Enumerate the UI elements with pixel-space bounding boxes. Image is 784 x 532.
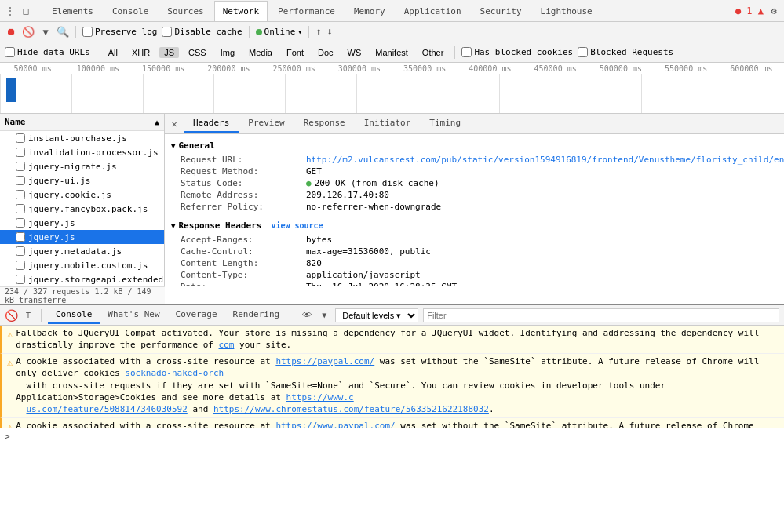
record-icon[interactable]: ⏺	[5, 26, 17, 38]
tab-lighthouse[interactable]: Lighthouse	[532, 1, 601, 21]
date-row: Date: Thu, 16 Jul 2020 16:28:35 GMT	[171, 281, 778, 286]
settings-icon[interactable]: ⚙	[767, 4, 781, 18]
console-tab-coverage[interactable]: Coverage	[168, 306, 225, 324]
disable-cache-input[interactable]	[162, 27, 172, 37]
filter-doc[interactable]: Doc	[313, 47, 338, 58]
request-count: 234 / 327 requests 1.2 kB / 149 kB trans…	[5, 287, 160, 304]
filter-font[interactable]: Font	[282, 47, 308, 58]
tab-performance[interactable]: Performance	[269, 1, 344, 21]
console-clear-icon[interactable]: 🚫	[5, 309, 17, 322]
filter-manifest[interactable]: Manifest	[370, 47, 413, 58]
filter-xhr[interactable]: XHR	[127, 47, 155, 58]
console-eye-icon[interactable]: 👁	[301, 309, 313, 322]
console-tab-rendering[interactable]: Rendering	[225, 306, 288, 324]
file-cb-2[interactable]	[16, 162, 25, 171]
file-cb-1[interactable]	[16, 148, 25, 157]
file-cb-3[interactable]	[16, 176, 25, 185]
detail-tab-initiator[interactable]: Initiator	[355, 115, 421, 133]
tab-network[interactable]: Network	[214, 1, 268, 21]
sep4	[97, 46, 97, 59]
response-headers-title[interactable]: Response Headers view source	[171, 217, 778, 234]
devtools-icon-1[interactable]: ⋮	[3, 4, 17, 18]
sep5	[454, 46, 455, 59]
console-level-select[interactable]: Default levels ▾	[335, 308, 418, 322]
general-section-title[interactable]: General	[171, 137, 778, 154]
filter-media[interactable]: Media	[244, 47, 277, 58]
chevron-down-icon[interactable]: ▾	[297, 27, 302, 36]
detail-tab-response[interactable]: Response	[294, 115, 355, 133]
blocked-requests-checkbox[interactable]: Blocked Requests	[578, 47, 673, 57]
content-type-val: application/javascript	[306, 270, 421, 280]
hide-data-urls-checkbox[interactable]: Hide data URLs	[5, 47, 90, 57]
tab-memory[interactable]: Memory	[345, 1, 394, 21]
sort-icon[interactable]: ▲	[155, 118, 159, 126]
file-cb-8[interactable]	[16, 246, 25, 256]
console-link-0[interactable]: com	[219, 340, 235, 350]
filter-all[interactable]: All	[104, 47, 122, 58]
filter-icon[interactable]: ▼	[39, 26, 52, 38]
tab-sources[interactable]: Sources	[159, 1, 212, 21]
blocked-requests-input[interactable]	[578, 47, 588, 57]
preserve-log-checkbox[interactable]: Preserve log	[82, 27, 157, 37]
file-item-9[interactable]: jquery.mobile.custom.js	[0, 258, 164, 272]
file-cb-0[interactable]	[16, 133, 25, 143]
disable-cache-checkbox[interactable]: Disable cache	[162, 27, 242, 37]
console-tab-console[interactable]: Console	[48, 306, 100, 324]
accept-ranges-key: Accept-Ranges:	[181, 235, 306, 245]
tl-label-10: 550000 ms	[654, 64, 719, 73]
detail-tab-preview[interactable]: Preview	[239, 115, 294, 133]
search-icon[interactable]: 🔍	[57, 26, 69, 38]
console-top-icon[interactable]: ⊤	[22, 309, 35, 322]
file-cb-5[interactable]	[16, 204, 25, 213]
filter-css[interactable]: CSS	[184, 47, 211, 58]
file-item-5[interactable]: jquery.fancybox.pack.js	[0, 202, 164, 216]
file-item-10[interactable]: jquery.storageapi.extended.js	[0, 272, 164, 286]
tab-security[interactable]: Security	[472, 1, 531, 21]
console-prompt-input[interactable]	[15, 432, 779, 442]
tab-elements[interactable]: Elements	[43, 1, 102, 21]
file-item-6[interactable]: jquery.js	[0, 216, 164, 230]
console-expand-icon[interactable]: ▼	[318, 309, 330, 322]
download-icon[interactable]: ⬇	[326, 26, 333, 38]
console-filter-input[interactable]	[423, 308, 779, 322]
filter-ws[interactable]: WS	[343, 47, 366, 58]
preserve-log-input[interactable]	[82, 27, 93, 37]
file-item-8[interactable]: jquery.metadata.js	[0, 244, 164, 258]
tab-application[interactable]: Application	[396, 1, 470, 21]
file-item-4[interactable]: jquery.cookie.js	[0, 188, 164, 202]
file-cb-7[interactable]	[16, 232, 25, 242]
file-item-2[interactable]: jquery-migrate.js	[0, 159, 164, 173]
clear-icon[interactable]: 🚫	[22, 26, 35, 38]
request-url-row: Request URL: http://m2.vulcansrest.com/p…	[171, 154, 778, 166]
file-item-1[interactable]: invalidation-processor.js	[0, 145, 164, 159]
has-blocked-input[interactable]	[461, 47, 472, 57]
file-cb-6[interactable]	[16, 218, 25, 228]
socknado-link-1[interactable]: socknado-naked-orch	[125, 368, 224, 378]
detail-tab-headers[interactable]: Headers	[184, 115, 239, 133]
close-detail-button[interactable]: ✕	[168, 118, 181, 130]
hide-data-urls-input[interactable]	[5, 47, 15, 57]
file-cb-9[interactable]	[16, 261, 25, 270]
detail-tab-timing[interactable]: Timing	[420, 115, 470, 133]
console-tab-whatsnew[interactable]: What's New	[100, 306, 167, 324]
filter-other[interactable]: Other	[418, 47, 449, 58]
upload-icon[interactable]: ⬆	[315, 26, 322, 38]
disable-cache-label: Disable cache	[174, 27, 242, 37]
paypal-link-1[interactable]: https://paypal.com/	[275, 356, 374, 366]
feature-link-1b[interactable]: https://www.chromestatus.com/feature/563…	[213, 404, 489, 414]
tab-console[interactable]: Console	[104, 1, 157, 21]
paypal-link-2[interactable]: https://www.paypal.com/	[275, 421, 395, 428]
file-item-0[interactable]: instant-purchase.js	[0, 131, 164, 145]
filter-img[interactable]: Img	[216, 47, 239, 58]
chrome-link-1[interactable]: https://www.c	[286, 392, 354, 403]
file-cb-4[interactable]	[16, 190, 25, 199]
filter-js[interactable]: JS	[159, 47, 179, 58]
devtools-icon-2[interactable]: □	[19, 4, 33, 18]
file-cb-10[interactable]	[16, 275, 25, 284]
has-blocked-checkbox[interactable]: Has blocked cookies	[461, 47, 573, 57]
file-item-3[interactable]: jquery-ui.js	[0, 173, 164, 188]
view-source-link[interactable]: view source	[271, 221, 323, 230]
file-item-7[interactable]: jquery.js	[0, 230, 164, 244]
feature-link-1a[interactable]: us.com/feature/5088147346030592	[26, 404, 187, 414]
console-toolbar: 🚫 ⊤ Console What's New Coverage Renderin…	[0, 305, 784, 326]
